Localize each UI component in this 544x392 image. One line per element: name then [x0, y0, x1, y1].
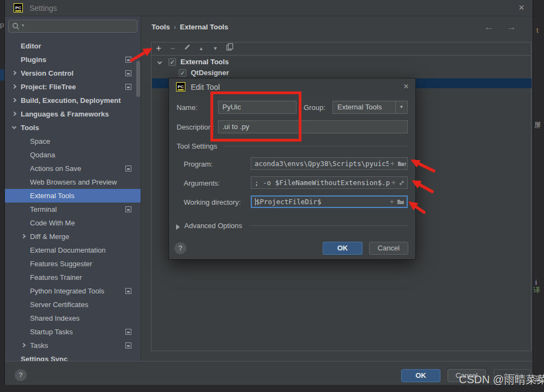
search-history-caret-icon[interactable]: ▾ — [22, 23, 24, 28]
dialog-title: Edit Tool — [191, 83, 220, 91]
chevron-right-icon[interactable] — [12, 71, 16, 75]
sidebar-item-label: Diff & Merge — [30, 230, 69, 243]
background-text-fragment: 屏 — [534, 120, 541, 130]
settings-search-input[interactable]: ▾ — [8, 20, 137, 33]
sidebar-item-label: Build, Execution, Deployment — [21, 94, 120, 107]
chevron-right-icon[interactable] — [21, 343, 26, 347]
sidebar-item-shared-indexes[interactable]: Shared Indexes — [5, 311, 141, 325]
sidebar-item-features-trainer[interactable]: Features Trainer — [5, 271, 141, 284]
sidebar-item-label: Code With Me — [30, 216, 75, 230]
advanced-options-expander-icon[interactable] — [176, 224, 180, 230]
back-arrow-icon[interactable]: ← — [484, 22, 493, 32]
watermark: CSDN @雨晴菜菜 — [459, 372, 544, 387]
dialog-cancel-button[interactable]: Cancel — [369, 242, 408, 255]
help-button[interactable]: ? — [15, 369, 27, 381]
screen: pt屏i译菜 PC Settings × ▾ EditorPluginsVers… — [0, 0, 544, 392]
sidebar-item-label: Startup Tasks — [30, 325, 73, 339]
copy-button[interactable] — [224, 42, 235, 54]
sidebar-item-code-with-me[interactable]: Code With Me — [5, 216, 141, 230]
sidebar-item-server-certificates[interactable]: Server Certificates — [5, 298, 141, 311]
sidebar-item-actions-on-save[interactable]: Actions on Save — [5, 162, 141, 175]
chevron-right-icon[interactable] — [21, 234, 26, 238]
tree-row-external-tools[interactable]: ✓ External Tools — [152, 57, 531, 68]
expand-icon[interactable] — [398, 180, 405, 186]
modified-badge-icon — [125, 84, 131, 90]
settings-ok-button[interactable]: OK — [401, 369, 440, 382]
sidebar-item-label: Shared Indexes — [30, 311, 80, 325]
settings-window: PC Settings × ▾ EditorPluginsVersion Con… — [4, 0, 533, 385]
sidebar-item-label: External Documentation — [30, 243, 106, 257]
background-text-fragment: 译 — [533, 285, 540, 295]
chevron-down-icon[interactable] — [12, 125, 16, 129]
sidebar-item-terminal[interactable]: Terminal — [5, 203, 141, 216]
folder-icon[interactable] — [397, 199, 404, 205]
close-icon[interactable]: × — [518, 2, 524, 14]
sidebar-item-settings-sync[interactable]: Settings Sync — [5, 352, 141, 361]
sidebar-item-web-browsers-and-preview[interactable]: Web Browsers and Preview — [5, 175, 141, 189]
sidebar-item-languages-frameworks[interactable]: Languages & Frameworks — [5, 107, 141, 121]
chevron-right-icon[interactable] — [12, 112, 16, 116]
pycharm-logo-icon: PC — [14, 3, 23, 13]
sidebar-scrollbar-thumb[interactable] — [136, 61, 140, 97]
chevron-down-icon[interactable] — [158, 60, 162, 64]
folder-icon[interactable] — [397, 161, 405, 167]
insert-macro-icon[interactable]: + — [391, 177, 396, 188]
remove-button[interactable]: − — [167, 42, 178, 54]
arguments-field[interactable]: ; -o $FileNameWithoutExtension$.py + — [251, 176, 408, 189]
sidebar-item-editor[interactable]: Editor — [5, 39, 141, 53]
sidebar-item-startup-tasks[interactable]: Startup Tasks — [5, 325, 141, 339]
sidebar-item-project-flietree[interactable]: Project: FlieTree — [5, 80, 141, 94]
breadcrumb: Tools›External Tools — [152, 23, 228, 31]
sidebar-item-features-suggester[interactable]: Features Suggester — [5, 257, 141, 271]
check-icon: ✓ — [170, 59, 174, 65]
qtdesigner-checkbox[interactable]: ✓ — [179, 69, 186, 77]
breadcrumb-tools[interactable]: Tools — [152, 23, 170, 31]
insert-macro-icon[interactable]: + — [390, 158, 395, 169]
tree-row-qtdesigner[interactable]: ✓ QtDesigner — [152, 68, 531, 78]
sidebar-item-label: Languages & Frameworks — [21, 107, 109, 121]
modified-badge-icon — [125, 342, 131, 348]
pycharm-logo-icon: PC — [176, 82, 185, 91]
sidebar-item-external-tools[interactable]: External Tools — [5, 189, 141, 203]
name-field[interactable]: PyUic — [218, 101, 297, 114]
sidebar-item-label: Terminal — [30, 203, 57, 216]
sidebar-item-label: Tools — [21, 121, 39, 134]
sidebar-item-qodana[interactable]: Qodana — [5, 148, 141, 162]
edit-button[interactable] — [182, 42, 192, 54]
advanced-options-label[interactable]: Advanced Options — [184, 222, 242, 230]
breadcrumb-separator: › — [170, 23, 180, 31]
insert-macro-icon[interactable]: + — [390, 197, 394, 207]
dialog-help-button[interactable]: ? — [174, 242, 186, 254]
group-value: External Tools — [337, 103, 382, 111]
sidebar-item-build-execution-deployment[interactable]: Build, Execution, Deployment — [5, 94, 141, 107]
forward-arrow-icon[interactable]: → — [507, 22, 516, 32]
external-tools-checkbox[interactable]: ✓ — [168, 58, 176, 66]
chevron-right-icon[interactable] — [12, 84, 16, 89]
sidebar-item-python-integrated-tools[interactable]: Python Integrated Tools — [5, 284, 141, 298]
dialog-titlebar: PC Edit Tool × — [169, 78, 415, 96]
edit-tool-dialog: PC Edit Tool × Name: PyUic Group: Extern… — [168, 78, 416, 260]
chevron-down-icon[interactable]: ▼ — [395, 101, 407, 113]
working-directory-field[interactable]: $ProjectFileDir$ + — [251, 195, 408, 208]
modified-badge-icon — [125, 166, 131, 171]
move-up-button[interactable]: ▲ — [196, 42, 207, 54]
group-dropdown[interactable]: External Tools ▼ — [333, 101, 408, 114]
dialog-ok-button[interactable]: OK — [323, 242, 362, 255]
sidebar-item-external-documentation[interactable]: External Documentation — [5, 243, 141, 257]
add-button[interactable]: + — [153, 42, 164, 54]
sidebar-item-version-control[interactable]: Version Control — [5, 66, 141, 80]
sidebar-item-plugins[interactable]: Plugins — [5, 53, 141, 66]
sidebar-item-diff-merge[interactable]: Diff & Merge — [5, 230, 141, 243]
dialog-close-icon[interactable]: × — [403, 81, 409, 92]
sidebar-item-tools[interactable]: Tools — [5, 121, 141, 134]
move-down-button[interactable]: ▼ — [210, 42, 221, 54]
sidebar-item-tasks[interactable]: Tasks — [5, 339, 141, 352]
group-label: Group: — [304, 103, 325, 112]
chevron-right-icon[interactable] — [12, 98, 16, 102]
description-label: Description: — [177, 123, 214, 131]
sidebar-item-space[interactable]: Space — [5, 134, 141, 148]
sidebar-item-label: External Tools — [30, 189, 74, 203]
description-field[interactable]: .ui to .py — [218, 120, 408, 133]
sidebar-item-label: Space — [30, 134, 50, 148]
program-field[interactable]: aconda3\envs\Qpy38\Scripts\pyuic5.exe + — [251, 157, 408, 170]
